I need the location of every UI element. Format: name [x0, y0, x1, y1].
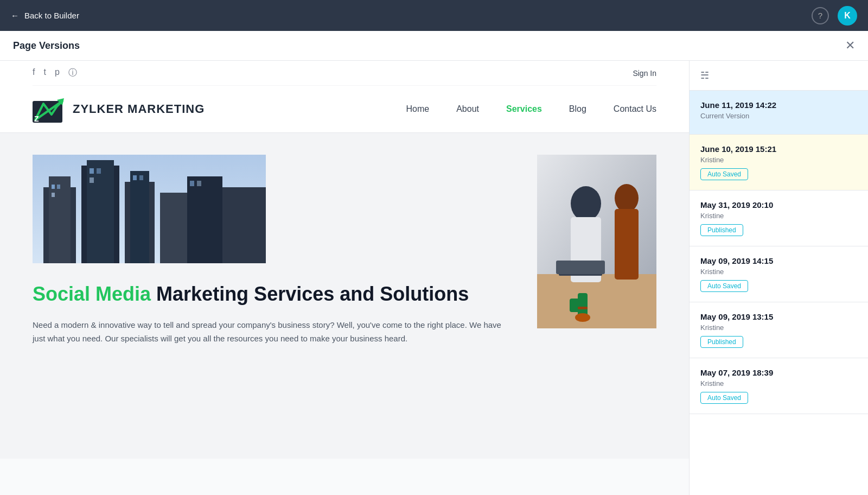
svg-point-30 [615, 184, 639, 212]
autosaved-badge: Auto Saved [700, 392, 748, 404]
top-bar-right: ? K [812, 6, 857, 26]
version-date: June 11, 2019 14:22 [700, 100, 857, 110]
svg-rect-22 [190, 181, 194, 186]
svg-rect-16 [52, 193, 55, 197]
version-author: Kristine [700, 323, 857, 332]
versions-sidebar: ☵ June 11, 2019 14:22 Current Version Ju… [689, 61, 868, 495]
back-to-builder-button[interactable]: ← Back to Builder [11, 11, 79, 20]
hero-text: Social Media Marketing Services and Solu… [33, 282, 515, 346]
nav-blog[interactable]: Blog [569, 104, 586, 114]
svg-rect-12 [187, 176, 222, 263]
social-icons: f t p ⓘ [33, 67, 77, 79]
version-date: June 10, 2019 15:21 [700, 144, 857, 154]
svg-point-35 [575, 313, 590, 322]
svg-rect-13 [222, 187, 266, 263]
version-item[interactable]: May 07, 2019 18:39 Kristine Auto Saved [690, 358, 868, 414]
site-header: f t p ⓘ Sign In Z ZYLKER MARKETING [0, 61, 689, 133]
top-bar: ← Back to Builder ? K [0, 0, 868, 31]
back-arrow-icon: ← [11, 11, 19, 20]
pinterest-icon[interactable]: p [55, 67, 60, 79]
logo-area: Z ZYLKER MARKETING [33, 96, 205, 123]
nav-services[interactable]: Services [506, 104, 542, 114]
version-date: May 09, 2019 13:15 [700, 312, 857, 321]
page-versions-title: Page Versions [13, 40, 80, 52]
svg-rect-21 [139, 175, 143, 180]
svg-rect-18 [97, 168, 101, 174]
main-area: f t p ⓘ Sign In Z ZYLKER MARKETING [0, 61, 868, 495]
version-item[interactable]: May 09, 2019 13:15 Kristine Published [690, 302, 868, 358]
question-icon: ? [818, 11, 822, 20]
help-button[interactable]: ? [812, 7, 829, 24]
hero-left: Social Media Marketing Services and Solu… [33, 155, 515, 346]
close-button[interactable]: ✕ [845, 40, 855, 52]
site-top-bar: f t p ⓘ Sign In [33, 61, 656, 86]
svg-rect-20 [133, 175, 137, 180]
avatar[interactable]: K [838, 6, 857, 26]
website-preview: f t p ⓘ Sign In Z ZYLKER MARKETING [0, 61, 689, 495]
svg-rect-23 [197, 181, 201, 186]
version-date: May 07, 2019 18:39 [700, 368, 857, 377]
filter-icon[interactable]: ☵ [700, 70, 709, 81]
svg-rect-17 [90, 168, 94, 174]
svg-rect-8 [87, 160, 114, 263]
version-author: Kristine [700, 156, 857, 164]
version-date: May 31, 2019 20:10 [700, 200, 857, 210]
hero-section: Social Media Marketing Services and Solu… [0, 133, 689, 459]
version-author: Kristine [700, 212, 857, 220]
svg-rect-19 [90, 177, 94, 183]
nav-contact[interactable]: Contact Us [614, 104, 656, 114]
hero-description: Need a modern & innovative way to tell a… [33, 318, 515, 346]
svg-rect-33 [570, 299, 579, 312]
autosaved-badge: Auto Saved [700, 168, 748, 180]
svg-rect-10 [130, 171, 149, 263]
svg-rect-31 [615, 209, 639, 280]
hero-right [537, 155, 656, 346]
svg-text:Z: Z [34, 115, 39, 123]
hero-title-green: Social Media [33, 283, 151, 305]
nav-home[interactable]: Home [406, 104, 429, 114]
facebook-icon[interactable]: f [33, 67, 35, 79]
version-date: May 09, 2019 14:15 [700, 256, 857, 265]
hero-title: Social Media Marketing Services and Solu… [33, 282, 515, 307]
autosaved-badge: Auto Saved [700, 280, 748, 292]
version-item[interactable]: June 11, 2019 14:22 Current Version [690, 91, 868, 135]
logo-icon: Z [33, 96, 65, 123]
hero-title-rest: Marketing Services and Solutions [151, 283, 469, 305]
sign-in-link[interactable]: Sign In [633, 69, 656, 78]
instagram-icon[interactable]: ⓘ [68, 67, 77, 79]
meeting-image [537, 155, 656, 328]
version-item[interactable]: June 10, 2019 15:21 Kristine Auto Saved [690, 135, 868, 191]
svg-rect-6 [49, 176, 71, 263]
svg-rect-29 [556, 261, 605, 274]
page-versions-header: Page Versions ✕ [0, 31, 868, 61]
version-author: Current Version [700, 112, 857, 120]
twitter-icon[interactable]: t [43, 67, 46, 79]
nav-links: Home About Services Blog Contact Us [406, 104, 656, 114]
version-item[interactable]: May 31, 2019 20:10 Kristine Published [690, 191, 868, 246]
hero-content: Social Media Marketing Services and Solu… [33, 155, 656, 346]
version-filter: ☵ [690, 61, 868, 91]
version-author: Kristine [700, 379, 857, 388]
nav-about[interactable]: About [456, 104, 479, 114]
buildings-image [33, 155, 266, 263]
site-nav: Z ZYLKER MARKETING Home About Services B… [33, 86, 656, 132]
svg-rect-15 [57, 185, 60, 189]
svg-rect-14 [52, 185, 55, 189]
svg-rect-34 [578, 307, 588, 309]
svg-rect-11 [160, 193, 187, 263]
version-author: Kristine [700, 268, 857, 276]
svg-point-26 [571, 186, 601, 221]
published-badge: Published [700, 224, 743, 236]
version-item[interactable]: May 09, 2019 14:15 Kristine Auto Saved [690, 246, 868, 302]
published-badge: Published [700, 336, 743, 348]
logo-text: ZYLKER MARKETING [73, 102, 205, 116]
back-label: Back to Builder [24, 11, 79, 20]
